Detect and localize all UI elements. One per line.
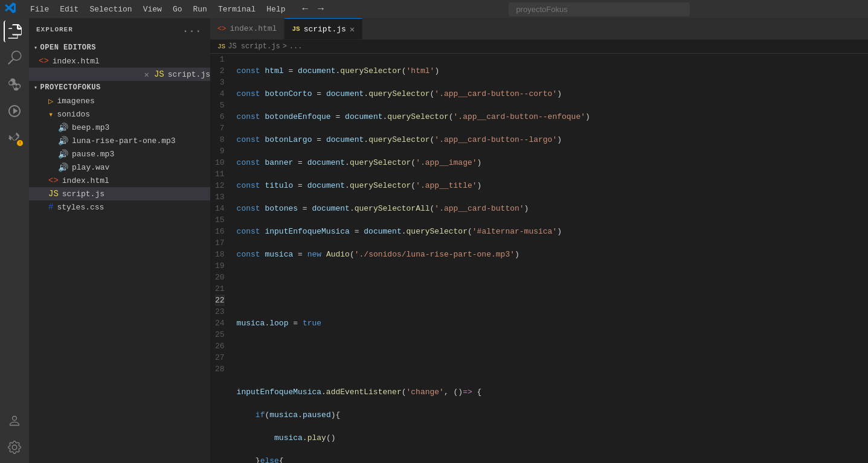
extensions-badge: ! (17, 140, 23, 146)
sidebar-content: ▾ OPEN EDITORS <> index.html ✕ JS script… (29, 41, 210, 463)
folder-imagenes-icon: ▷ (48, 96, 53, 106)
ln-10: 10 (215, 157, 225, 168)
ln-19: 19 (215, 260, 225, 272)
audio-play-icon: 🔊 (58, 162, 68, 173)
search-bar[interactable] (336, 2, 863, 16)
tab-close-script-js[interactable]: ✕ (350, 24, 355, 34)
file-styles-css-label: styles.css (57, 203, 104, 212)
accounts-activity-icon[interactable] (4, 410, 25, 432)
file-beep-mp3-label: beep.mp3 (72, 123, 109, 132)
ln-22: 22 (215, 295, 225, 306)
ln-13: 13 (215, 191, 225, 203)
open-editors-arrow: ▾ (34, 44, 38, 51)
open-editor-index-html-label: index.html (53, 57, 100, 66)
code-line-1: const html = document.querySelector('htm… (237, 65, 863, 77)
code-line-13 (237, 340, 863, 352)
menu-selection[interactable]: Selection (85, 2, 137, 16)
html-project-icon: <> (48, 176, 59, 185)
file-play-wav-label: play.wav (72, 163, 109, 172)
ln-2: 2 (215, 65, 225, 77)
file-beep-mp3[interactable]: 🔊 beep.mp3 (29, 121, 210, 134)
tabs-bar: <> index.html JS script.js ✕ (210, 18, 868, 40)
menu-help[interactable]: Help (262, 2, 290, 16)
ln-18: 18 (215, 249, 225, 260)
search-input[interactable] (509, 2, 690, 16)
code-content[interactable]: const html = document.querySelector('htm… (232, 54, 868, 463)
file-styles-css[interactable]: # styles.css (29, 200, 210, 214)
code-editor[interactable]: 1 2 3 4 5 6 7 8 9 10 11 12 13 14 15 16 1… (210, 54, 868, 463)
audio-pause-icon: 🔊 (58, 149, 68, 159)
ln-16: 16 (215, 226, 225, 237)
settings-activity-icon[interactable] (4, 436, 25, 458)
code-line-7: const botones = document.querySelectorAl… (237, 203, 863, 214)
ln-27: 27 (215, 352, 225, 363)
menu-terminal[interactable]: Terminal (213, 2, 260, 16)
file-index-html-label: index.html (62, 176, 109, 185)
menu-file[interactable]: File (25, 2, 54, 16)
file-index-html[interactable]: <> index.html (29, 174, 210, 187)
file-play-wav[interactable]: 🔊 play.wav (29, 161, 210, 174)
menu-go[interactable]: Go (168, 2, 187, 16)
breadcrumb-section: ... (289, 42, 303, 51)
sidebar: EXPLORER ... ▾ OPEN EDITORS <> index.htm… (29, 18, 210, 463)
file-luna-mp3[interactable]: 🔊 luna-rise-part-one.mp3 (29, 134, 210, 147)
file-script-js[interactable]: JS script.js (29, 187, 210, 200)
ln-26: 26 (215, 340, 225, 352)
ln-23: 23 (215, 306, 225, 318)
project-section[interactable]: ▾ PROYECTOFOKUS (29, 81, 210, 94)
ln-12: 12 (215, 180, 225, 191)
breadcrumb-filename: JS script.js (228, 42, 280, 51)
js-project-icon: JS (48, 189, 59, 199)
back-button[interactable]: ← (300, 2, 311, 16)
code-line-5: const banner = document.querySelector('.… (237, 157, 863, 168)
open-editor-index-html[interactable]: <> index.html (29, 54, 210, 68)
forward-button[interactable]: → (315, 2, 326, 16)
ln-6: 6 (215, 111, 225, 123)
ln-21: 21 (215, 283, 225, 295)
file-pause-mp3[interactable]: 🔊 pause.mp3 (29, 147, 210, 161)
ln-20: 20 (215, 272, 225, 283)
extensions-activity-icon[interactable]: ! (4, 127, 25, 148)
vscode-logo (5, 2, 16, 16)
code-line-2: const botonCorto = document.querySelecto… (237, 88, 863, 100)
html-file-icon: <> (39, 56, 49, 66)
breadcrumb: JS JS script.js > ... (210, 40, 868, 54)
js-file-icon-open: JS (154, 69, 164, 79)
open-editors-label: OPEN EDITORS (40, 43, 96, 52)
menu-edit[interactable]: Edit (55, 2, 83, 16)
ln-24: 24 (215, 318, 225, 329)
menu-run[interactable]: Run (188, 2, 211, 16)
code-line-10 (237, 272, 863, 283)
folder-sonidos[interactable]: ▾ sonidos (29, 107, 210, 121)
code-line-4: const botonLargo = document.querySelecto… (237, 134, 863, 145)
more-actions-button[interactable]: ... (181, 23, 203, 36)
source-control-activity-icon[interactable] (4, 74, 25, 95)
ln-9: 9 (215, 145, 225, 157)
search-activity-icon[interactable] (4, 47, 25, 69)
code-line-9: const musica = new Audio('./sonidos/luna… (237, 249, 863, 260)
folder-imagenes[interactable]: ▷ imagenes (29, 94, 210, 107)
menu-view[interactable]: View (138, 2, 167, 16)
open-editor-script-js[interactable]: ✕ JS script.js (29, 68, 210, 81)
code-line-6: const titulo = document.querySelector('.… (237, 180, 863, 191)
tab-index-html[interactable]: <> index.html (210, 18, 285, 39)
code-line-3: const botondeEnfoque = document.querySel… (237, 111, 863, 123)
close-script-js-button[interactable]: ✕ (144, 69, 149, 80)
activity-bar: ! (0, 18, 29, 463)
ln-15: 15 (215, 214, 225, 226)
ln-28: 28 (215, 363, 225, 375)
activity-bar-bottom (4, 410, 25, 463)
project-label: PROYECTOFOKUS (40, 83, 101, 92)
open-editors-section[interactable]: ▾ OPEN EDITORS (29, 41, 210, 54)
code-line-14 (237, 363, 863, 375)
explorer-activity-icon[interactable] (4, 21, 25, 42)
run-debug-activity-icon[interactable] (4, 100, 25, 122)
audio-beep-icon: 🔊 (58, 123, 68, 133)
file-pause-mp3-label: pause.mp3 (72, 150, 114, 159)
tab-script-js[interactable]: JS script.js ✕ (285, 18, 362, 39)
ln-11: 11 (215, 168, 225, 180)
file-luna-mp3-label: luna-rise-part-one.mp3 (72, 136, 176, 145)
titlebar: File Edit Selection View Go Run Terminal… (0, 0, 868, 18)
file-script-js-label: script.js (62, 190, 104, 199)
ln-1: 1 (215, 54, 225, 65)
